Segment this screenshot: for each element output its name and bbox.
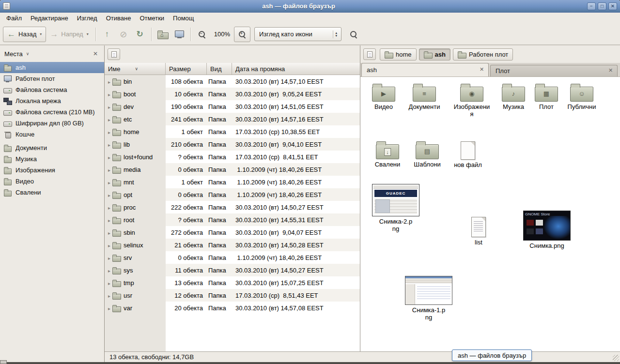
sidebar-close-icon[interactable]: ✕: [91, 49, 100, 58]
icon-item-downloads[interactable]: Свалени: [366, 141, 409, 168]
panel-corner-chip[interactable]: [0, 360, 7, 364]
expander-icon[interactable]: [106, 116, 112, 123]
file-row[interactable]: opt 0 обекта Папка 1.10.2009 (чт) 18,40,…: [105, 188, 360, 201]
forward-button[interactable]: → Напред ▾: [46, 27, 92, 42]
file-row[interactable]: sys 11 обекта Папка 30.03.2010 (вт) 14,5…: [105, 264, 360, 276]
sidebar-place-item[interactable]: Кошче: [0, 129, 104, 140]
icon-item-pictures[interactable]: Изображения: [450, 84, 493, 118]
expander-icon[interactable]: [106, 216, 112, 224]
file-row[interactable]: dev 190 обекта Папка 30.03.2010 (вт) 14,…: [105, 100, 360, 113]
location-toggle-button[interactable]: [108, 48, 120, 60]
icon-item-snimka1[interactable]: Снимка-1.png: [404, 276, 453, 321]
expander-icon[interactable]: [106, 304, 112, 312]
expander-icon[interactable]: [106, 191, 112, 198]
expander-icon[interactable]: [106, 153, 112, 161]
menu-item[interactable]: Файл: [2, 13, 26, 23]
stop-button[interactable]: ⊘: [115, 27, 132, 42]
breadcrumb-ash[interactable]: ash: [419, 48, 450, 61]
sidebar-place-item[interactable]: Файлова система: [0, 84, 104, 95]
file-row[interactable]: boot 10 обекта Папка 30.03.2010 (вт) 9,0…: [105, 88, 360, 100]
expander-icon[interactable]: [106, 166, 112, 173]
icon-item-list[interactable]: list: [457, 217, 500, 246]
menu-item[interactable]: Редактиране: [26, 13, 73, 23]
file-row[interactable]: home 1 обект Папка 17.03.2010 (ср) 10,38…: [105, 125, 360, 138]
titlebar[interactable]: ash — файлов браузър − □ ✕: [0, 0, 620, 13]
zoom-out-button[interactable]: −: [194, 27, 210, 42]
expander-icon[interactable]: [106, 91, 112, 98]
menu-item[interactable]: Помощ: [169, 13, 198, 23]
icon-item-templates[interactable]: Шаблони: [406, 141, 449, 168]
up-button[interactable]: ↑: [99, 27, 115, 42]
icon-item-snimka2[interactable]: GUADEC Снимка-2.png: [372, 184, 420, 232]
tab-close-icon[interactable]: ✕: [478, 66, 485, 74]
file-row[interactable]: srv 0 обекта Папка 1.10.2009 (чт) 18,40,…: [105, 251, 360, 264]
file-row[interactable]: sbin 272 обекта Папка 30.03.2010 (вт) 9,…: [105, 226, 360, 239]
tab-desktop[interactable]: Плот ✕: [490, 65, 618, 76]
minimize-button[interactable]: −: [587, 2, 596, 10]
computer-button[interactable]: [171, 27, 187, 42]
sidebar-place-item[interactable]: Свалени: [0, 187, 104, 198]
icon-item-video[interactable]: Видео: [362, 84, 405, 110]
icon-item-documents[interactable]: Документи: [403, 84, 446, 110]
sidebar-place-item[interactable]: Локална мрежа: [0, 95, 104, 106]
file-row[interactable]: lost+found ? обекта Папка 17.03.2010 (ср…: [105, 151, 360, 163]
search-button[interactable]: [345, 27, 362, 42]
sidebar-place-item[interactable]: Файлова система (210 MB): [0, 106, 104, 118]
sidebar-place-item[interactable]: Музика: [0, 153, 104, 165]
home-button[interactable]: ⌂: [155, 27, 171, 42]
file-row[interactable]: mnt 1 обект Папка 1.10.2009 (чт) 18,40,2…: [105, 176, 360, 188]
column-header-type[interactable]: Вид: [207, 63, 232, 75]
sidebar-place-item[interactable]: Работен плот: [0, 73, 104, 84]
file-row[interactable]: root ? обекта Папка 30.03.2010 (вт) 14,5…: [105, 213, 360, 226]
back-button[interactable]: ← Назад ▾: [3, 27, 46, 42]
menu-item[interactable]: Отиване: [102, 13, 136, 23]
tab-close-icon[interactable]: ✕: [607, 67, 614, 75]
file-row[interactable]: tmp 13 обекта Папка 30.03.2010 (вт) 15,0…: [105, 276, 360, 289]
sidebar-place-item[interactable]: Шифриран дял (80 GB): [0, 118, 104, 129]
sidebar-place-item[interactable]: Документи: [0, 142, 104, 153]
tab-ash[interactable]: ash ✕: [361, 63, 489, 76]
menu-item[interactable]: Отметки: [135, 13, 169, 23]
location-toggle-button[interactable]: [363, 48, 376, 60]
file-row[interactable]: usr 12 обекта Папка 17.03.2010 (ср) 8,51…: [105, 289, 360, 302]
expander-icon[interactable]: [106, 204, 112, 211]
expander-icon[interactable]: [106, 229, 112, 236]
column-header-size[interactable]: Размер: [166, 63, 207, 75]
sidebar-place-item[interactable]: ash: [0, 62, 104, 73]
file-row[interactable]: lib 210 обекта Папка 30.03.2010 (вт) 9,0…: [105, 138, 360, 151]
expander-icon[interactable]: [106, 179, 112, 186]
menu-item[interactable]: Изглед: [73, 13, 102, 23]
maximize-button[interactable]: □: [598, 2, 606, 10]
close-button[interactable]: ✕: [608, 2, 617, 10]
sidebar-place-item[interactable]: Видео: [0, 176, 104, 187]
breadcrumb-desktop[interactable]: Работен плот: [453, 48, 513, 61]
file-row[interactable]: etc 241 обекта Папка 30.03.2010 (вт) 14,…: [105, 113, 360, 125]
view-mode-selector[interactable]: Изглед като икони ▴▾: [254, 27, 341, 41]
sidebar-dropdown-icon[interactable]: ∨: [26, 51, 30, 56]
breadcrumb-home[interactable]: home: [380, 48, 417, 61]
expander-icon[interactable]: [106, 103, 112, 110]
sidebar-title[interactable]: Места: [4, 50, 23, 58]
zoom-in-button[interactable]: +: [234, 27, 250, 42]
expander-icon[interactable]: [106, 78, 112, 85]
file-row[interactable]: bin 108 обекта Папка 30.03.2010 (вт) 14,…: [105, 75, 360, 88]
sidebar-place-item[interactable]: Изображения: [0, 165, 104, 176]
back-dropdown-icon[interactable]: ▾: [40, 32, 42, 36]
icon-item-public[interactable]: Публични: [560, 84, 603, 110]
expander-icon[interactable]: [106, 242, 112, 249]
file-row[interactable]: selinux 21 обекта Папка 30.03.2010 (вт) …: [105, 239, 360, 251]
reload-button[interactable]: ↻: [132, 27, 148, 42]
expander-icon[interactable]: [106, 292, 112, 299]
column-header-name[interactable]: Име ∨: [105, 63, 166, 75]
file-row[interactable]: var 20 обекта Папка 30.03.2010 (вт) 14,5…: [105, 302, 360, 314]
column-header-date[interactable]: Дата на промяна: [232, 63, 360, 75]
file-row[interactable]: media 0 обекта Папка 1.10.2009 (чт) 18,4…: [105, 163, 360, 176]
file-row[interactable]: proc 222 обекта Папка 30.03.2010 (вт) 14…: [105, 201, 360, 213]
expander-icon[interactable]: [106, 128, 112, 136]
expander-icon[interactable]: [106, 267, 112, 274]
expander-icon[interactable]: [106, 141, 112, 148]
icon-item-new-file[interactable]: нов файл: [447, 141, 489, 168]
expander-icon[interactable]: [106, 279, 112, 287]
expander-icon[interactable]: [106, 254, 112, 261]
icon-item-snimka[interactable]: GNOME Store Снимка.png: [523, 211, 571, 249]
